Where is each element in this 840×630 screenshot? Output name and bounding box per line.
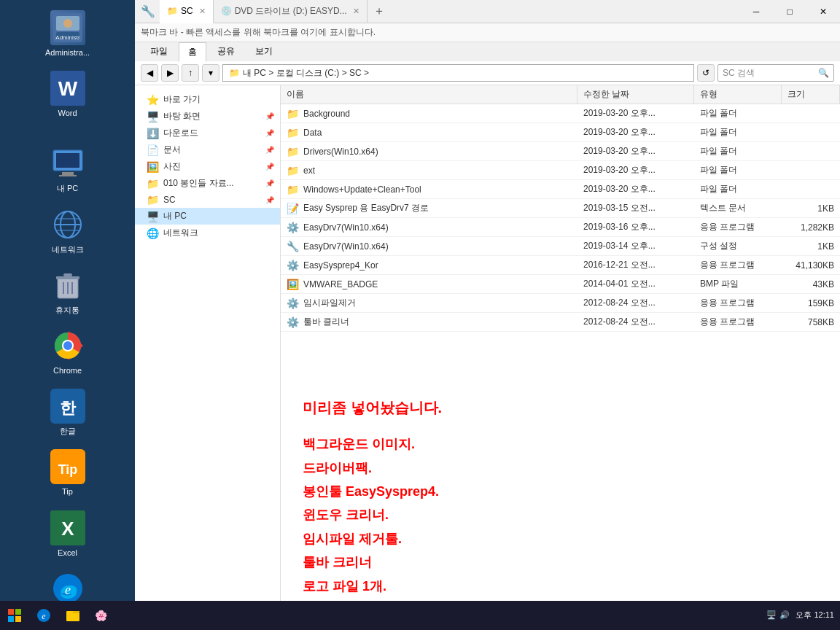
desktop-icon-admin[interactable]: Administr Administra... [39, 7, 97, 61]
up-button[interactable]: ↑ [182, 64, 199, 82]
desktop-icon-hangul[interactable]: 한 한글 [39, 386, 97, 439]
chrome-label: Chrome [53, 366, 82, 376]
nav-item-sc[interactable]: 📁 SC 📌 [135, 192, 280, 208]
nav-item-mypc[interactable]: 🖥️ 내 PC [135, 208, 280, 225]
nav-item-desktop[interactable]: 🖥️ 바탕 화면 📌 [135, 108, 280, 125]
tab-add-button[interactable]: ＋ [368, 4, 391, 19]
010-nav-icon: 📁 [147, 178, 159, 190]
file-row[interactable]: ⚙️ 임시파일제거 2012-08-24 오전... 응용 프로그램 159KB [281, 294, 840, 313]
file-date: 2019-03-16 오후... [583, 221, 656, 233]
file-row[interactable]: 📁 Windows+Update+Clean+Tool 2019-03-20 오… [281, 180, 840, 199]
file-name: 툴바 클리너 [303, 316, 349, 328]
file-date: 2012-08-24 오전... [583, 316, 656, 328]
back-button[interactable]: ◀ [141, 64, 158, 82]
desktop-icon-trash[interactable]: 휴지통 [39, 265, 97, 318]
nav-item-network[interactable]: 🌐 네트워크 [135, 225, 280, 241]
desktop-icon-tip[interactable]: Tip Tip [39, 446, 97, 499]
refresh-button[interactable]: ↺ [697, 64, 715, 82]
taskbar-files[interactable] [58, 601, 88, 630]
file-type: BMP 파일 [700, 278, 739, 290]
file-row[interactable]: 📁 Data 2019-03-20 오후... 파일 폴더 [281, 123, 840, 142]
word-label: Word [58, 109, 77, 118]
admin-icon-image: Administr [50, 10, 85, 45]
col-size[interactable]: 크기 [782, 85, 840, 104]
close-button[interactable]: ✕ [806, 0, 840, 23]
col-date[interactable]: 수정한 날짜 [578, 85, 694, 104]
nav-item-favorites[interactable]: ⭐ 바로 가기 [135, 91, 280, 108]
file-date: 2019-03-20 오후... [583, 107, 656, 120]
file-row[interactable]: 📁 Drivers(Win10.x64) 2019-03-20 오후... 파일… [281, 142, 840, 161]
start-button[interactable] [0, 601, 29, 630]
desktop-icon-excel[interactable]: X Excel [39, 508, 97, 561]
nav-item-010[interactable]: 📁 010 봉인들 자료... 📌 [135, 175, 280, 192]
explorer-body: ⭐ 바로 가기 🖥️ 바탕 화면 📌 ⬇️ 다운로드 📌 📄 문서 📌 [135, 85, 840, 612]
file-type: 응용 프로그램 [700, 316, 755, 328]
tab-sc[interactable]: 📁 SC ✕ [160, 0, 214, 23]
text-line-4: 윈도우 크리너. [303, 503, 818, 526]
nav-item-documents[interactable]: 📄 문서 📌 [135, 141, 280, 158]
ribbon-tab-home[interactable]: 홈 [179, 42, 206, 62]
file-row[interactable]: ⚙️ EasySysprep4_Kor 2016-12-21 오전... 응용 … [281, 256, 840, 275]
file-row[interactable]: ⚙️ EasyDrv7(Win10.x64) 2019-03-16 오후... … [281, 218, 840, 237]
file-row[interactable]: 📁 ext 2019-03-20 오후... 파일 폴더 [281, 161, 840, 180]
mypc-label: 내 PC [57, 184, 78, 193]
text-title: 미리좀 넣어놨습니다. [303, 394, 818, 421]
sc-nav-icon: 📁 [147, 194, 159, 206]
svg-rect-37 [8, 609, 14, 615]
file-cell-size: 43KB [782, 275, 840, 293]
svg-rect-8 [56, 153, 79, 168]
tab-sc-close[interactable]: ✕ [199, 7, 206, 16]
file-cell-size [782, 161, 840, 179]
address-path-text: 내 PC > 로컬 디스크 (C:) > SC > [243, 67, 369, 79]
nav-item-downloads[interactable]: ⬇️ 다운로드 📌 [135, 125, 280, 141]
ribbon-tab-view[interactable]: 보기 [246, 42, 282, 61]
nav-item-mypc-label: 내 PC [163, 210, 187, 222]
file-cell-type: 파일 폴더 [694, 123, 782, 141]
col-name[interactable]: 이름 [281, 85, 578, 104]
search-box[interactable]: SC 검색 🔍 [718, 64, 834, 82]
file-cell-date: 2019-03-20 오후... [578, 142, 694, 160]
desktop-icon-word[interactable]: W Word [39, 68, 97, 121]
explorer-window: 🔧 📁 SC ✕ 💿 DVD 드라이브 (D:) EASYD... ✕ ＋ [135, 0, 840, 630]
desktop-icon-mypc[interactable]: 내 PC [39, 143, 97, 196]
col-type[interactable]: 유형 [694, 85, 782, 104]
file-row[interactable]: ⚙️ 툴바 클리너 2012-08-24 오전... 응용 프로그램 758KB [281, 313, 840, 332]
svg-point-3 [63, 19, 72, 28]
file-cell-size [782, 180, 840, 198]
admin-label: Administra... [45, 48, 90, 58]
tab-dvd[interactable]: 💿 DVD 드라이브 (D:) EASYD... ✕ [214, 0, 368, 23]
file-row[interactable]: 🖼️ VMWARE_BADGE 2014-04-01 오전... BMP 파일 … [281, 275, 840, 294]
file-cell-name: 📁 Windows+Update+Clean+Tool [281, 180, 578, 198]
forward-button[interactable]: ▶ [161, 64, 179, 82]
desktop-icon-network[interactable]: 네트워크 [39, 204, 97, 257]
file-row[interactable]: 📁 Background 2019-03-20 오후... 파일 폴더 [281, 104, 840, 123]
file-name: ext [303, 166, 315, 176]
recent-button[interactable]: ▾ [202, 64, 219, 82]
file-row[interactable]: 🔧 EasyDrv7(Win10.x64) 2019-03-14 오후... 구… [281, 237, 840, 256]
left-panel: ⭐ 바로 가기 🖥️ 바탕 화면 📌 ⬇️ 다운로드 📌 📄 문서 📌 [135, 85, 281, 612]
file-type: 파일 폴더 [700, 107, 737, 120]
nav-item-photos-label: 사진 [163, 160, 181, 173]
file-name: EasyDrv7(Win10.x64) [303, 222, 389, 233]
nav-item-photos[interactable]: 🖼️ 사진 📌 [135, 158, 280, 175]
ribbon-tabs: 파일 홈 공유 보기 [135, 42, 840, 61]
minimize-button[interactable]: ─ [739, 0, 773, 23]
file-row[interactable]: 📝 Easy Sysprep 용 EasyDrv7 경로 2019-03-15 … [281, 199, 840, 218]
svg-text:W: W [58, 77, 77, 100]
taskbar-extra[interactable]: 🌸 [88, 601, 114, 630]
maximize-button[interactable]: □ [773, 0, 806, 23]
ribbon-tab-share[interactable]: 공유 [208, 42, 244, 61]
tab-dvd-close[interactable]: ✕ [353, 7, 359, 16]
file-cell-name: ⚙️ 임시파일제거 [281, 294, 578, 312]
file-name: 임시파일제거 [303, 297, 356, 309]
file-cell-name: ⚙️ 툴바 클리너 [281, 313, 578, 331]
desktop-icon-chrome[interactable]: Chrome [39, 325, 97, 378]
ribbon-tab-file[interactable]: 파일 [141, 42, 177, 61]
network-icon-image [50, 207, 85, 242]
file-name: Drivers(Win10.x64) [303, 147, 378, 157]
file-size: 159KB [808, 298, 834, 308]
taskbar-edge[interactable]: e [29, 601, 58, 630]
file-date: 2019-03-20 오후... [583, 164, 656, 176]
file-type: 응용 프로그램 [700, 259, 755, 271]
address-bar[interactable]: 📁 내 PC > 로컬 디스크 (C:) > SC > [222, 64, 694, 82]
